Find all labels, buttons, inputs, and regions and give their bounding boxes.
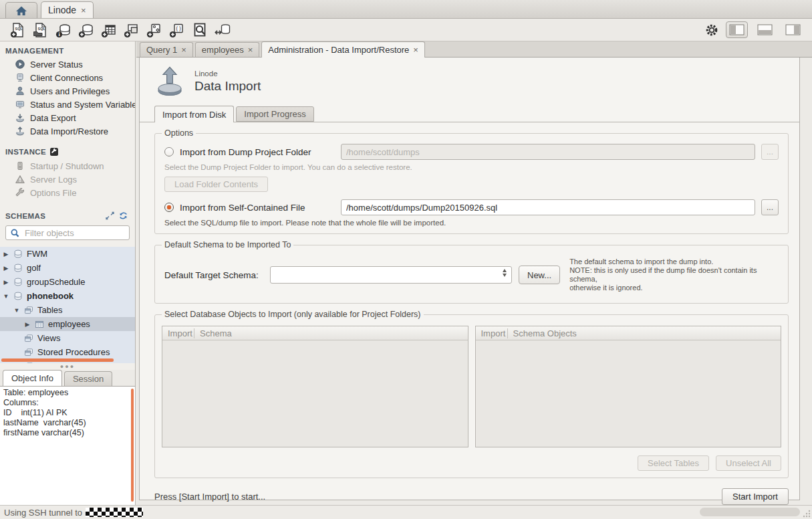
editor-tab-query-1[interactable]: Query 1×	[140, 42, 193, 57]
schema-icon	[13, 291, 23, 302]
expander-icon[interactable]: ▼	[13, 307, 20, 314]
select-tables-button[interactable]: Select Tables	[638, 455, 709, 471]
schema-objects-list[interactable]: ImportSchema Objects	[475, 326, 782, 447]
tab-import-from-disk[interactable]: Import from Disk	[154, 106, 234, 122]
sync-database-icon[interactable]	[211, 20, 234, 40]
close-icon[interactable]: ×	[248, 45, 253, 54]
expander-icon[interactable]: ▶	[24, 321, 31, 328]
tab-object-info[interactable]: Object Info	[3, 370, 62, 387]
object-info-line: firstName varchar(45)	[3, 428, 128, 438]
refresh-icon[interactable]	[118, 211, 128, 221]
close-icon[interactable]: ×	[181, 45, 186, 54]
expander-icon[interactable]: ▶	[3, 279, 9, 286]
tree-node-employees[interactable]: ▶employees	[0, 317, 135, 331]
import-subtab-bar: Import from DiskImport Progress	[140, 106, 799, 122]
dump-folder-input[interactable]	[341, 144, 755, 160]
expand-panel-icon[interactable]	[105, 211, 115, 221]
main-toolbar: SQLSQLi()	[0, 19, 812, 41]
schema-filter-input[interactable]	[23, 227, 125, 239]
sidebar-item-client-connections[interactable]: Client Connections	[0, 71, 135, 84]
new-schema-button[interactable]: New...	[519, 266, 560, 284]
expander-icon[interactable]: ▶	[3, 265, 9, 272]
create-view-icon[interactable]	[120, 20, 143, 40]
search-data-icon[interactable]	[188, 20, 211, 40]
default-schema-note: The default schema to import the dump in…	[569, 257, 779, 292]
options-legend: Options	[162, 128, 196, 138]
create-table-icon[interactable]	[98, 20, 120, 40]
client-connections-icon	[15, 72, 25, 83]
mysql-workbench-window: Linode × SQLSQLi() MANAGEMENT Server Sta…	[0, 0, 812, 519]
self-contained-help: Select the SQL/dump file to import. Plea…	[164, 219, 781, 227]
connection-tab[interactable]: Linode ×	[41, 1, 94, 18]
tree-horizontal-scrollbar[interactable]	[1, 358, 114, 362]
tree-node-phonebook[interactable]: ▼phonebook	[0, 289, 135, 303]
default-schema-group: Default Schema to be Imported To Default…	[154, 240, 789, 304]
sidebar-item-data-import-restore[interactable]: Data Import/Restore	[0, 124, 135, 138]
create-schema-icon[interactable]	[75, 20, 98, 40]
sidebar-item-server-logs[interactable]: Server Logs	[0, 173, 135, 186]
svg-text:(): ()	[175, 25, 182, 31]
close-icon[interactable]: ×	[81, 6, 86, 15]
tab-import-progress[interactable]: Import Progress	[236, 106, 313, 122]
dump-folder-label: Import from Dump Project Folder	[180, 147, 335, 157]
schema-tree: ▶FWM▶golf▶groupSchedule▼phonebook▼Tables…	[0, 247, 135, 363]
start-import-button[interactable]: Start Import	[722, 488, 789, 505]
open-sql-file-icon[interactable]: SQL	[29, 20, 52, 40]
expander-icon[interactable]: ▶	[3, 251, 9, 257]
sidebar-item-startup-shutdown[interactable]: Startup / Shutdown	[0, 159, 135, 173]
new-query-tab-icon[interactable]: SQL	[7, 20, 29, 40]
close-icon[interactable]: ×	[413, 45, 418, 54]
horizontal-scrollbar[interactable]	[700, 508, 800, 516]
tree-node-tables[interactable]: ▼Tables	[0, 303, 135, 317]
toolbar-right-icons	[704, 21, 804, 38]
tree-node-views[interactable]: Views	[0, 331, 135, 345]
tree-node-fwm[interactable]: ▶FWM	[0, 247, 135, 261]
sidebar-item-options-file[interactable]: Options File	[0, 186, 135, 199]
dump-folder-radio[interactable]	[164, 147, 174, 157]
table-icon	[34, 319, 45, 330]
tree-node-groupschedule[interactable]: ▶groupSchedule	[0, 275, 135, 289]
sidebar-item-server-status[interactable]: Server Status	[0, 58, 135, 71]
self-contained-browse-button[interactable]: ...	[761, 199, 779, 215]
default-schema-legend: Default Schema to be Imported To	[162, 240, 293, 249]
tab-session[interactable]: Session	[64, 371, 112, 386]
sidebar: MANAGEMENT Server StatusClient Connectio…	[0, 41, 136, 505]
redacted-host	[86, 508, 143, 517]
tree-node-golf[interactable]: ▶golf	[0, 261, 135, 275]
info-vertical-scrollbar[interactable]	[131, 389, 134, 502]
schema-list[interactable]: ImportSchema	[162, 326, 468, 447]
tree-node-stored-procedures[interactable]: Stored Procedures	[0, 345, 135, 359]
data-import-icon	[154, 66, 185, 98]
window-tab-strip: Linode ×	[0, 0, 812, 19]
toggle-right-panel-icon[interactable]	[782, 21, 804, 38]
sidebar-item-users-and-privileges[interactable]: Users and Privileges	[0, 84, 135, 98]
default-target-schema-combobox[interactable]	[270, 266, 512, 284]
load-folder-contents-button[interactable]: Load Folder Contents	[164, 177, 268, 192]
self-contained-radio[interactable]	[164, 203, 174, 212]
inspect-database-icon[interactable]: i	[52, 20, 75, 40]
instance-section-header: INSTANCE	[0, 142, 135, 159]
tables-icon	[23, 333, 34, 344]
logs-icon	[15, 174, 25, 185]
sidebar-item-status-and-system-variables[interactable]: Status and System Variables	[0, 98, 135, 111]
schema-icon	[13, 277, 23, 288]
resize-grip-icon[interactable]	[803, 510, 811, 518]
dump-folder-browse-button[interactable]: ...	[761, 144, 779, 160]
sidebar-item-data-export[interactable]: Data Export	[0, 111, 135, 124]
object-info-line: Table: employees	[3, 388, 128, 398]
create-procedure-icon[interactable]	[143, 20, 166, 40]
editor-tab-administration-data-import-restore[interactable]: Administration - Data Import/Restore×	[261, 41, 425, 58]
toggle-bottom-panel-icon[interactable]	[754, 21, 776, 38]
sidebar-splitter-handle[interactable]: ●●●	[0, 363, 135, 370]
expander-icon[interactable]: ▼	[3, 293, 9, 300]
column-header-import: Import	[162, 328, 194, 338]
home-tab[interactable]	[5, 2, 37, 18]
gear-icon[interactable]	[704, 22, 720, 38]
editor-tab-employees[interactable]: employees×	[195, 42, 259, 57]
self-contained-input[interactable]	[341, 199, 755, 215]
svg-text:SQL: SQL	[15, 26, 23, 30]
tables-icon	[23, 305, 34, 316]
create-function-icon[interactable]: ()	[166, 20, 188, 40]
unselect-all-button[interactable]: Unselect All	[716, 455, 781, 471]
toggle-left-panel-icon[interactable]	[726, 21, 748, 38]
